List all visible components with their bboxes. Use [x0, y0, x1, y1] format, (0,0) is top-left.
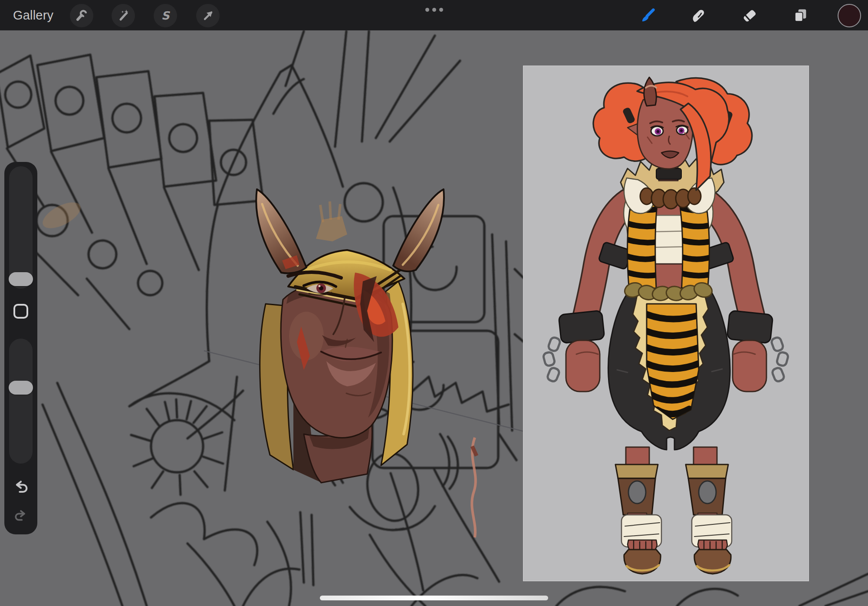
svg-text:S: S — [161, 9, 171, 22]
reference-character — [542, 77, 789, 574]
magic-wand-icon — [116, 9, 130, 23]
sketch-sunburst — [129, 377, 237, 495]
paint-brush-icon — [639, 7, 656, 24]
canvas-menu-dots[interactable] — [420, 5, 448, 14]
color-swatch-button[interactable] — [838, 4, 861, 27]
wrench-icon — [75, 9, 89, 23]
layers-icon — [792, 7, 809, 24]
brush-size-handle[interactable] — [9, 272, 33, 286]
redo-icon — [13, 509, 29, 522]
eraser-icon — [741, 7, 758, 24]
selection-s-icon: S — [158, 9, 172, 23]
opacity-slider[interactable] — [9, 339, 33, 464]
sketch-spear — [286, 31, 460, 221]
transform-button[interactable] — [196, 4, 220, 27]
home-indicator[interactable] — [320, 596, 548, 600]
opacity-handle[interactable] — [9, 381, 33, 395]
layers-button[interactable] — [789, 4, 812, 27]
red-brush-stroke — [472, 438, 477, 537]
undo-icon — [12, 480, 30, 494]
smudge-finger-icon — [689, 7, 707, 24]
reference-panel[interactable] — [523, 66, 809, 581]
undo-button[interactable] — [4, 480, 37, 494]
actions-button[interactable] — [70, 4, 93, 27]
adjustments-button[interactable] — [112, 4, 135, 27]
paint-tool-button[interactable] — [636, 4, 659, 27]
right-horn — [393, 189, 444, 271]
modify-button[interactable] — [13, 304, 28, 319]
gallery-button[interactable]: Gallery — [13, 0, 53, 30]
left-horn — [256, 189, 306, 273]
redo-button[interactable] — [4, 509, 37, 522]
painted-head — [256, 189, 444, 483]
selection-button[interactable]: S — [154, 4, 177, 27]
sidebar-tools — [4, 162, 37, 534]
transform-arrow-icon — [201, 9, 215, 23]
sketch-armor-plates — [0, 55, 263, 329]
erase-tool-button[interactable] — [738, 4, 761, 27]
brush-size-slider[interactable] — [9, 166, 33, 289]
top-toolbar: Gallery S — [0, 0, 868, 30]
smudge-tool-button[interactable] — [686, 4, 710, 27]
